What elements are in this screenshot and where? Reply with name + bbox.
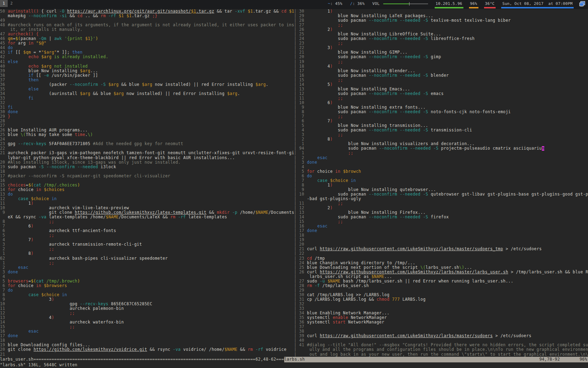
volume-label: VOL [372,1,380,6]
code-line: | 28 rm -f /tmp/larbs_user.sh [294,284,588,288]
code-line: | 4 sudo pacman --noconfirm --needed -S … [294,128,588,132]
code-line: 16 [0,178,294,183]
code-line: | 32 [294,302,588,306]
code-line: | -bad gst-plugins-ugly [294,197,588,201]
vim-command-line[interactable]: "larbs.sh" 136L, 5648C written [0,362,588,368]
code-line: 42 echo $arg is already installed. [0,55,294,59]
code-line: | 6 7) [294,119,588,123]
code-line: 20 git clone https://github.com/lukesmit… [0,347,294,352]
code-line: | out and log back in as your new user, … [294,352,588,357]
scroll-percent: 96% [580,357,587,362]
code-line: 15 choices=$(cat /tmp/.choices) [0,183,294,188]
code-line: 39 blue Now installing $arg... [0,69,294,73]
pane-larbs-sh[interactable]: | 30 1)| 29 blue Now installing LaTeX pa… [294,9,588,357]
code-line: | 1 blue Now installing visualizers and … [294,142,588,146]
code-line: 35 else [0,87,294,91]
code-line: | 11 ;; [294,201,588,206]
code-line: | 94 sudo pacman --noconfirm --needed -S… [294,146,588,151]
code-line: 31 fi [0,105,294,110]
code-line: 44 do [0,46,294,50]
volume-slider[interactable] [383,4,428,4]
code-line: 12 ;; [0,311,294,315]
code-line: | 14 5) [294,82,588,87]
code-line: | 20 sudo pacman --noconfirm --needed -S… [294,55,588,59]
pane-larbs-user-sh[interactable]: 50 aurinstall() { curl -O https://aur.ar… [0,9,294,357]
code-line: 32 [0,101,294,105]
tray-computer-icon[interactable] [579,0,585,8]
code-line: | 24 blue Changin working directory to /… [294,261,588,265]
code-line: | 33 [294,306,588,311]
code-line: 25 blue \(This may take some time.\) [0,132,294,137]
code-line: 48 #aurcheck runs on each of its argumen… [0,23,294,27]
ip-address: 10.201.5.96 [435,0,463,8]
code-line: 37 then [0,78,294,82]
desktop-screen: 1 2 ~: 45% /: 36% VOL 10.201.5.96 96% 36… [0,0,588,368]
statusline-active-larbs[interactable]: larbs.sh 94,78-92 96% [284,357,588,362]
code-line: 2 ;; [0,247,294,251]
statusline-filename: larbs.sh [284,357,305,362]
code-line: 6 for choice in $browsers [0,284,294,288]
code-line: 9 3) [0,297,294,302]
home-disk-usage: ~: 45% [327,0,344,7]
code-line: | 8 sudo pacman --noconfirm --needed -S … [294,110,588,114]
code-line: 7 do [0,288,294,293]
code-line: 16 esac [0,329,294,334]
code-line: 8 case $choice in [0,293,294,297]
code-line: | 2 8) [294,137,588,142]
code-line: | 29 blue Now installing LaTeX packages.… [294,14,588,18]
code-line: | 5 for choice in $browch [294,169,588,174]
code-line: 17 done [0,334,294,338]
code-line: | 28 sudo pacman --noconfirm --needed -S… [294,18,588,23]
code-line: | 41 #dialog --title "All done!" --msgbo… [294,343,588,347]
code-line: | 17 blue Now installing Blender... [294,69,588,73]
home-disk-icon: ~ [328,1,330,6]
code-line: | 7 ;; [294,114,588,119]
code-line: | 4 [294,165,588,169]
code-line: 18 [0,169,294,174]
code-line: | 25 blue Downloading next portion of th… [294,265,588,270]
code-line: 18 [0,338,294,343]
volume-fill [383,4,409,4]
code-line: | 15 ;; [294,78,588,82]
code-line: 26 blue Installing AUR programs... [0,128,294,132]
code-line: | 3 ;; [294,132,588,137]
code-line: 36 (packer --noconfirm -S $arg && blue $… [0,82,294,87]
code-line: eX && rsync -va latex-templates /home/$N… [0,215,294,219]
workspace-switcher: 1 2 [0,0,15,9]
code-line: | 26 2) [294,27,588,32]
code-line: 62 aurcheck bash-pipes cli-visualizer sp… [0,256,294,261]
code-line: 3 aurcheck transmission-remote-cli-git [0,242,294,247]
vim-statusline-row: larbs_user.sh===========================… [0,357,588,362]
code-line: 1 8) [0,251,294,256]
statusline-ruler: 94,78-92 96% [539,357,587,362]
code-line: | 38 [294,329,588,334]
code-line: 47 aurcheck() { [0,32,294,36]
code-line: | 13 blue Now installing Firefox... [294,210,588,215]
code-line: 4 7) [0,238,294,242]
code-line: 27 [0,123,294,128]
statusline-inactive-larbs-user[interactable]: larbs_user.sh===========================… [0,357,284,362]
code-line: 33 fi [0,96,294,101]
code-line: 10 aurcheck vim-live-latex-preview [0,206,294,210]
workspace-1-button[interactable]: 1 [0,0,8,7]
code-line: 11 aurcheck palemoon-bin [0,306,294,311]
code-line: 43 if [[ $qm = *"$arg"* ]]; then [0,50,294,55]
code-line: | 6 do [294,174,588,178]
code-line: 21 aurcheck packer i3-gaps vim-pathogen … [0,151,294,155]
code-line: | 14 sudo pacman --noconfirm --needed -S… [294,215,588,219]
code-line: 9 git clone https://github.com/lukesmith… [0,210,294,215]
code-line: 29 } [0,114,294,119]
code-line: | 12 sudo pacman --noconfirm --needed -S… [294,91,588,96]
code-line: | 23 cd /tmp [294,256,588,261]
code-line: 45 for arg in "$@" [0,41,294,46]
code-line: | 25 blue Now installing LibreOffice Sui… [294,32,588,36]
workspace-2-button[interactable]: 2 [8,0,15,7]
code-line: 50 aurinstall() { curl -O https://aur.ar… [0,9,294,14]
code-line: | 15 ;; [294,219,588,224]
code-line: | 10 sudo pacman --noconfirm --needed -S… [294,192,588,197]
root-disk-usage: /: 36% [349,0,366,7]
code-line: 24 [0,137,294,142]
volume-indicator: VOL [371,0,429,7]
code-line: 5 ;; [0,233,294,238]
code-line: 1 ;; [0,261,294,265]
